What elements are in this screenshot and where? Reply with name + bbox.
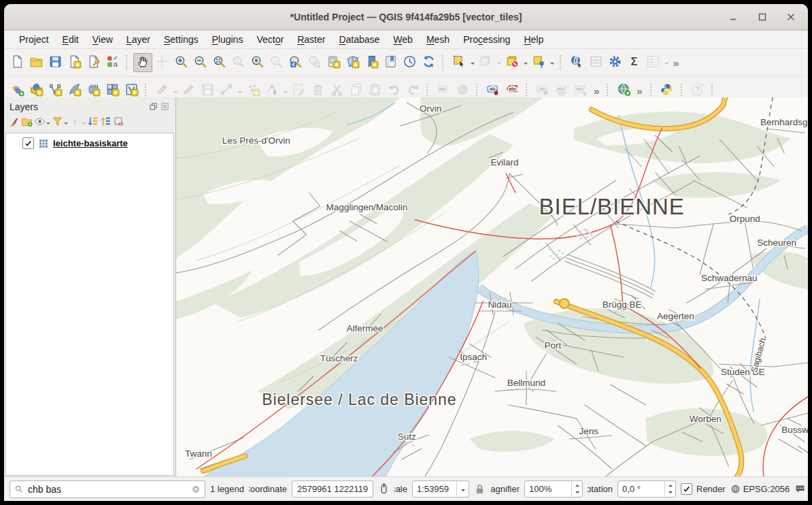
panel-float-button[interactable] [148, 101, 159, 112]
label-toolbar-extension-button[interactable]: » [590, 85, 603, 97]
menu-item-edit[interactable]: Edit [56, 32, 86, 47]
new-spatial-bookmark-icon [365, 54, 379, 71]
coordinate-input[interactable]: 2579961 1222119 [292, 480, 373, 498]
render-checkbox[interactable] [681, 483, 692, 495]
menu-item-raster[interactable]: Raster [290, 32, 332, 47]
style-manager-button[interactable]: a [103, 53, 122, 72]
rotation-up-icon[interactable] [665, 481, 675, 489]
menu-item-web[interactable]: Web [386, 32, 420, 47]
web-toolbar-extension-button[interactable]: » [633, 85, 645, 97]
lock-scale-icon[interactable] [474, 483, 486, 495]
menu-item-layer[interactable]: Layer [120, 32, 157, 47]
toolbar-separator [526, 84, 529, 99]
maximize-button[interactable] [756, 11, 768, 23]
new-3d-map-view-button[interactable] [343, 53, 362, 72]
minimize-button[interactable] [728, 11, 740, 23]
select-features-dropdown-icon[interactable] [469, 53, 476, 72]
map-label-bernhardsguet: Bernhardsguet [760, 117, 808, 127]
toolbar-separator [145, 84, 148, 99]
identify-features-button[interactable]: i [567, 53, 586, 72]
globe-icon [730, 484, 741, 494]
scale-label: Scale [394, 484, 407, 494]
select-by-value-icon [479, 54, 493, 71]
menu-item-project[interactable]: Project [12, 32, 56, 47]
menu-item-processing[interactable]: Processing [456, 32, 517, 47]
close-button[interactable] [785, 11, 797, 23]
menu-item-plugins[interactable]: Plugins [205, 32, 250, 47]
deselect-all-layers-button[interactable] [503, 53, 522, 72]
manage-map-themes-button[interactable] [34, 116, 50, 130]
zoom-in-button[interactable] [171, 53, 190, 72]
menu-item-database[interactable]: Database [332, 32, 386, 47]
rotation-down-icon[interactable] [665, 489, 675, 498]
select-by-location-button[interactable] [529, 53, 548, 72]
magnifier-spinbox[interactable]: 100% [524, 480, 583, 498]
refresh-map-button[interactable] [419, 53, 438, 72]
new-3d-map-view-icon [345, 54, 360, 71]
clear-search-icon[interactable] [191, 485, 201, 494]
panel-close-button[interactable] [159, 101, 171, 112]
zoom-to-layer-button[interactable] [248, 53, 267, 72]
select-features-button[interactable] [450, 53, 469, 72]
scale-dropdown-icon[interactable] [456, 481, 469, 497]
new-map-view-button[interactable] [324, 53, 343, 72]
layer-tree[interactable]: leichte-basiskarte [5, 133, 174, 476]
zoom-out-button[interactable] [190, 53, 209, 72]
new-project-button[interactable] [7, 53, 27, 72]
map-canvas[interactable]: .f{fill:#e1e8d9}.fl{fill:#fbfaf6}.k{fill… [176, 97, 808, 477]
rotation-value[interactable]: 0,0 ° [618, 481, 664, 497]
select-features-icon [452, 54, 467, 71]
zoom-to-selection-icon [231, 54, 246, 71]
scale-value[interactable]: 1:53959 [413, 481, 456, 497]
zoom-last-button[interactable] [286, 53, 305, 72]
map-label-bielersee-lac-de-bienne: Bielersee / Lac de Bienne [262, 391, 456, 408]
menu-item-vector[interactable]: Vector [250, 32, 290, 47]
open-layer-styling-button[interactable] [8, 116, 20, 130]
remove-layer-button[interactable] [113, 116, 124, 130]
rotation-spinbox[interactable]: 0,0 ° [618, 480, 676, 498]
zoom-full-button[interactable] [209, 53, 229, 72]
magnifier-value[interactable]: 100% [525, 481, 571, 497]
menu-item-mesh[interactable]: Mesh [420, 32, 456, 47]
pan-to-selection-button [152, 53, 171, 72]
map-label-aegerten: Aegerten [657, 311, 694, 321]
layer-name[interactable]: leichte-basiskarte [53, 138, 128, 148]
map-label-orvin: Orvin [420, 103, 441, 114]
layer-item[interactable]: leichte-basiskarte [6, 133, 173, 149]
pan-map-button[interactable] [133, 53, 152, 72]
temporal-controller-button[interactable] [400, 53, 419, 72]
show-bookmarks-button[interactable] [381, 53, 400, 72]
titlebar[interactable]: *Untitled Project — QGIS 9f414fa29b5 [ve… [4, 4, 808, 31]
menu-item-settings[interactable]: Settings [157, 32, 205, 47]
expand-all-button[interactable] [87, 116, 99, 130]
show-statistics-button[interactable]: Σ [624, 53, 643, 72]
search-input[interactable]: chb bas [28, 484, 187, 495]
magnifier-down-icon[interactable] [572, 489, 582, 498]
new-spatial-bookmark-button[interactable] [362, 53, 381, 72]
add-group-button[interactable] [21, 116, 33, 130]
save-project-button[interactable] [46, 53, 65, 72]
locator-search[interactable]: chb bas [10, 480, 205, 498]
new-print-layout-button[interactable] [65, 53, 84, 72]
open-project-button[interactable] [27, 53, 46, 72]
processing-toolbox-button[interactable] [605, 53, 624, 72]
collapse-all-button[interactable] [100, 116, 112, 130]
menu-item-help[interactable]: Help [517, 32, 550, 47]
filter-legend-button[interactable] [52, 116, 68, 130]
map-label-orpund: Orpund [730, 214, 760, 224]
svg-text:ε: ε [73, 117, 77, 125]
crs-status-button[interactable]: EPSG:2056 [730, 484, 790, 494]
magnifier-up-icon[interactable] [572, 481, 582, 489]
statistical-summary-icon [589, 54, 603, 71]
scale-combobox[interactable]: 1:53959 [412, 480, 469, 498]
messages-button[interactable] [794, 483, 806, 495]
menu-item-view[interactable]: View [86, 32, 120, 47]
extents-toggle-icon[interactable] [378, 483, 390, 495]
statistical-summary-button [586, 53, 605, 72]
refresh-map-icon [422, 54, 436, 71]
show-layout-manager-button[interactable] [84, 53, 103, 72]
layer-visibility-checkbox[interactable] [22, 137, 34, 149]
toolbar-extension-button[interactable]: » [670, 57, 682, 69]
select-by-location-dropdown-icon[interactable] [548, 53, 556, 72]
deselect-all-layers-dropdown-icon[interactable] [522, 53, 529, 72]
